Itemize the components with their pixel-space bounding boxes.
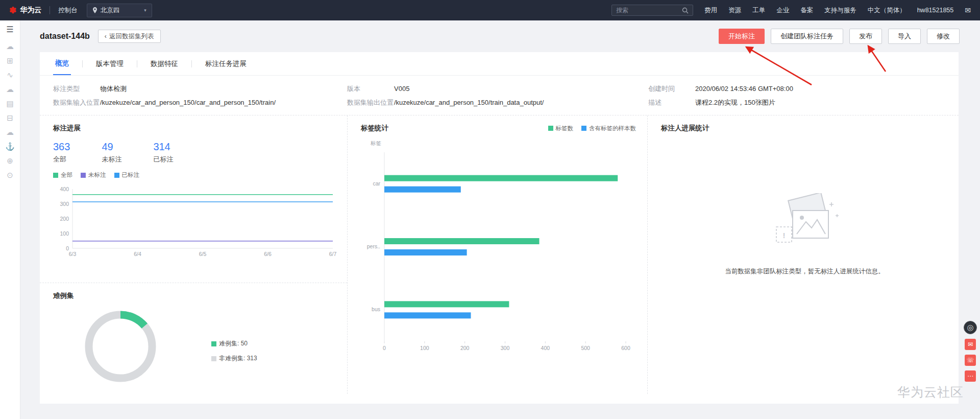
- info-label: 数据集输入位置: [53, 98, 100, 108]
- region-name: 北京四: [101, 6, 120, 15]
- contact-mail-icon[interactable]: ✉: [965, 339, 976, 350]
- description-value: 课程2.2的实现，150张图片: [695, 98, 775, 108]
- region-selector[interactable]: 北京四 ▾: [87, 4, 152, 17]
- import-button[interactable]: 导入: [888, 29, 921, 44]
- topbar: ✽ 华为云 控制台 北京四 ▾ 费用 资源 工单 企业 备案 支持与服务 中文（…: [0, 0, 980, 20]
- legend-label: 标签数: [556, 125, 574, 132]
- support-icon[interactable]: ⊙: [7, 171, 13, 179]
- cloud-storage-icon[interactable]: ☁: [6, 85, 14, 93]
- header-actions: 开始标注 创建团队标注任务 发布 导入 修改: [719, 29, 960, 44]
- publish-button[interactable]: 发布: [849, 29, 882, 44]
- empty-state-illustration: !: [764, 193, 846, 253]
- left-sidebar: ☰ ☁ ⊞ ∿ ☁ ▤ ⊟ ☁ ⚓ ⊕ ⊙: [0, 20, 20, 419]
- stat-unlabeled[interactable]: 49: [102, 141, 121, 153]
- community-watermark: 华为云社区: [897, 384, 964, 401]
- search-input[interactable]: [616, 7, 682, 14]
- legend-swatch-all: [53, 173, 58, 178]
- progress-legend: 全部 未标注 已标注: [53, 171, 347, 179]
- contact-phone-icon[interactable]: ☏: [965, 355, 976, 366]
- svg-text:0: 0: [383, 345, 386, 351]
- empty-state-message: 当前数据集非团队标注类型，暂无标注人进展统计信息。: [661, 267, 948, 276]
- svg-text:!: !: [782, 231, 785, 240]
- account-name[interactable]: hw81521855: [917, 7, 954, 14]
- search-icon[interactable]: [682, 7, 689, 14]
- menu-support[interactable]: 支持与服务: [824, 6, 856, 15]
- chevron-down-icon: ▾: [144, 8, 146, 13]
- legend-label: 非难例集: 313: [219, 354, 257, 363]
- svg-text:200: 200: [60, 216, 69, 222]
- tab-data-features[interactable]: 数据特征: [149, 52, 180, 75]
- svg-text:6/6: 6/6: [264, 251, 272, 257]
- label-stats-legend: 标签数 含有标签的样本数: [548, 125, 636, 132]
- info-label: 创建时间: [648, 84, 695, 94]
- svg-text:6/7: 6/7: [329, 251, 337, 257]
- menu-icon[interactable]: ☰: [6, 26, 13, 34]
- location-pin-icon: [92, 7, 97, 13]
- stat-total[interactable]: 363: [53, 141, 70, 153]
- legend-label: 难例集: 50: [219, 339, 248, 348]
- panels: 标注进展 363全部 49未标注 314已标注 全部 未标注 已标注 01002…: [40, 115, 959, 394]
- svg-text:100: 100: [60, 230, 69, 237]
- right-widgets: ◎ ✉ ☏ ⋯: [964, 321, 977, 382]
- cloud-server-icon[interactable]: ☁: [6, 42, 14, 50]
- console-link[interactable]: 控制台: [58, 6, 78, 15]
- legend-label: 含有标签的样本数: [589, 125, 636, 132]
- language-switch[interactable]: 中文（简体）: [868, 6, 906, 15]
- dataset-overview-card: 概览 版本管理 数据特征 标注任务进展 标注类型物体检测 数据集输入位置/kuz…: [40, 52, 959, 404]
- mail-icon[interactable]: ✉: [965, 6, 971, 14]
- legend-swatch-unlabeled: [81, 173, 86, 178]
- annotation-type-value: 物体检测: [100, 84, 127, 94]
- menu-enterprise[interactable]: 企业: [776, 6, 789, 15]
- back-to-dataset-list-button[interactable]: ‹ 返回数据集列表: [98, 30, 161, 43]
- brand-name: 华为云: [20, 6, 41, 15]
- modify-button[interactable]: 修改: [927, 29, 960, 44]
- svg-text:car: car: [373, 180, 380, 187]
- svg-text:300: 300: [501, 345, 510, 351]
- create-team-annotation-task-button[interactable]: 创建团队标注任务: [771, 29, 843, 44]
- tab-overview[interactable]: 概览: [53, 52, 71, 75]
- menu-tickets[interactable]: 工单: [752, 6, 765, 15]
- tab-annotation-task-progress[interactable]: 标注任务进展: [203, 52, 249, 75]
- menu-billing[interactable]: 费用: [704, 6, 717, 15]
- panel-title: 标注进展: [53, 124, 347, 133]
- svg-text:400: 400: [541, 345, 550, 351]
- user-group-icon[interactable]: ⊞: [7, 57, 13, 64]
- stat-labeled[interactable]: 314: [153, 141, 173, 153]
- created-time-value: 2020/06/02 14:53:46 GMT+08:00: [695, 84, 793, 94]
- label-statistics-panel: 标签统计 标签数 含有标签的样本数 标签0100200300400500600c…: [348, 115, 647, 360]
- document-icon[interactable]: ▤: [6, 100, 13, 107]
- tab-bar: 概览 版本管理 数据特征 标注任务进展: [40, 52, 959, 76]
- legend-swatch-hard: [211, 341, 216, 346]
- svg-text:300: 300: [60, 201, 69, 207]
- tab-divider: [191, 60, 192, 67]
- deploy-icon[interactable]: ⚓: [5, 143, 15, 150]
- panel-title: 标注人进展统计: [661, 124, 948, 133]
- monitor-icon[interactable]: ∿: [7, 71, 13, 79]
- legend-label: 全部: [61, 171, 72, 179]
- cloud-service-icon[interactable]: ☁: [6, 128, 14, 136]
- database-icon[interactable]: ⊟: [7, 114, 13, 122]
- svg-text:400: 400: [60, 186, 69, 192]
- tab-version-management[interactable]: 版本管理: [94, 52, 126, 75]
- output-path-value: /kuzekuze/car_and_person_150/train_data_…: [394, 98, 544, 108]
- assistant-widget-icon[interactable]: ◎: [964, 321, 977, 334]
- contact-chat-icon[interactable]: ⋯: [965, 370, 976, 382]
- svg-text:0: 0: [66, 245, 69, 251]
- svg-text:6/5: 6/5: [199, 251, 207, 257]
- search-box[interactable]: [611, 5, 693, 16]
- main-page: dataset-144b ‹ 返回数据集列表 开始标注 创建团队标注任务 发布 …: [20, 20, 980, 419]
- info-label: 描述: [648, 98, 695, 108]
- chevron-left-icon: ‹: [105, 33, 107, 40]
- network-icon[interactable]: ⊕: [7, 157, 13, 165]
- legend-label: 已标注: [122, 171, 140, 179]
- huawei-cloud-logo[interactable]: ✽ 华为云: [9, 5, 41, 16]
- start-annotation-button[interactable]: 开始标注: [719, 29, 765, 44]
- svg-text:600: 600: [621, 345, 630, 351]
- menu-icp[interactable]: 备案: [800, 6, 813, 15]
- svg-text:100: 100: [420, 345, 429, 351]
- svg-text:bus: bus: [372, 306, 380, 312]
- menu-resources[interactable]: 资源: [728, 6, 741, 15]
- svg-text:6/3: 6/3: [69, 251, 77, 257]
- hard-example-legend: 难例集: 50 非难例集: 313: [211, 339, 257, 392]
- tab-divider: [82, 60, 83, 67]
